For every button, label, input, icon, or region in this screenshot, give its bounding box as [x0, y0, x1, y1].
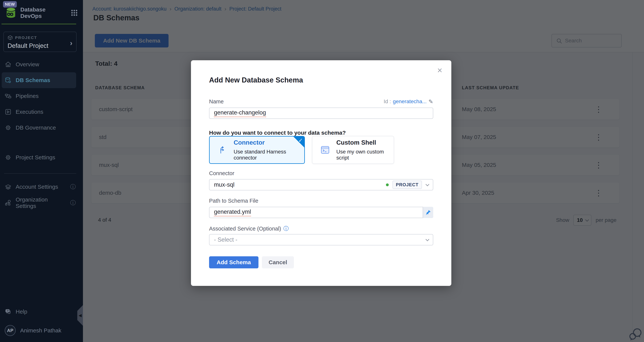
- option-card-custom-shell[interactable]: Custom Shell Use my own custom script: [312, 136, 394, 164]
- page-size-select[interactable]: 10: [573, 215, 592, 226]
- chevron-down-icon: [426, 182, 429, 186]
- name-row: Name Id : generatecha... ✎: [209, 98, 433, 104]
- sidebar-item-db-governance[interactable]: DB Governance: [2, 120, 76, 136]
- service-placeholder: - Select -: [214, 236, 237, 243]
- path-label: Path to Schema File: [209, 198, 433, 204]
- id-value-link[interactable]: generatecha...: [393, 98, 427, 104]
- project-selector[interactable]: PROJECT Default Project ›: [4, 32, 76, 52]
- database-devops-logo-icon: [5, 7, 17, 19]
- page-header: Account: kurosakiichigo.songoku › Organi…: [83, 0, 644, 52]
- user-menu[interactable]: AP Animesh Pathak: [5, 325, 61, 336]
- path-field: generated.yml: [209, 207, 433, 218]
- column-header-updated: LAST SCHEMA UPDATE: [462, 85, 519, 90]
- product-title: Database DevOps: [20, 6, 67, 19]
- pagination-per-page-label: per page: [596, 217, 616, 223]
- schema-updated: Apr 30, 2025: [462, 182, 494, 203]
- option-card-connector[interactable]: ✓ Connector Use standard Harness connect…: [209, 136, 305, 164]
- info-icon[interactable]: ⓘ: [283, 225, 289, 232]
- schema-name: custom-script: [99, 99, 132, 120]
- sidebar-item-overview[interactable]: Overview: [2, 56, 76, 72]
- schema-name: demo-db: [99, 182, 121, 203]
- page-title: DB Schemas: [93, 13, 140, 22]
- pipelines-icon: [5, 93, 12, 99]
- breadcrumb-account-link[interactable]: Account: kurosakiichigo.songoku: [92, 6, 166, 12]
- schema-updated: May 05, 2025: [462, 155, 496, 175]
- project-selector-name: Default Project: [8, 42, 72, 49]
- sidebar-item-label: Project Settings: [16, 154, 55, 161]
- sidebar-item-account-settings[interactable]: Account Settings ⓘ: [2, 179, 76, 195]
- row-menu-kebab-icon[interactable]: ⋮: [593, 155, 604, 175]
- pagination-range: 4 of 4: [98, 217, 111, 223]
- service-label: Associated Service (Optional): [209, 226, 281, 232]
- schema-name-value: generate-changelog: [214, 109, 266, 117]
- sidebar-project-settings-wrap: Project Settings: [0, 150, 83, 165]
- support-chat-button[interactable]: [629, 328, 642, 342]
- breadcrumb-separator-icon: ›: [170, 6, 171, 12]
- row-menu-kebab-icon[interactable]: ⋮: [593, 99, 604, 120]
- sidebar-item-organization-settings[interactable]: Organization Settings ⓘ: [2, 195, 76, 211]
- schema-updated: May 07, 2025: [462, 127, 496, 147]
- name-label: Name: [209, 98, 224, 105]
- sidebar-item-label: Overview: [16, 61, 39, 68]
- path-input[interactable]: generated.yml: [209, 207, 433, 218]
- info-icon: ⓘ: [70, 199, 76, 207]
- page-size-value: 10: [577, 217, 583, 223]
- row-menu-kebab-icon[interactable]: ⋮: [593, 127, 604, 147]
- row-menu-kebab-icon[interactable]: ⋮: [593, 182, 604, 203]
- add-new-db-schema-button[interactable]: Add New DB Schema: [95, 34, 168, 47]
- sidebar-item-executions[interactable]: Executions: [2, 104, 76, 120]
- help-chat-icon: ?: [5, 308, 12, 315]
- sidebar-org-settings-wrap: Organization Settings ⓘ: [0, 195, 83, 211]
- schema-name-input[interactable]: generate-changelog: [209, 107, 433, 119]
- app-root: NEW Database DevOps: [0, 0, 644, 342]
- sidebar-item-db-schemas[interactable]: DB Schemas: [2, 72, 76, 88]
- pagination-show-label: Show: [556, 217, 569, 223]
- chevron-down-icon: [585, 218, 589, 222]
- new-badge: NEW: [3, 1, 17, 7]
- svg-text:?: ?: [7, 310, 8, 312]
- search-input[interactable]: [552, 34, 622, 47]
- content-right-divider: [632, 52, 632, 342]
- breadcrumb-org-link[interactable]: Organization: default: [174, 6, 221, 12]
- project-selector-label: PROJECT: [15, 35, 37, 40]
- home-icon: [5, 61, 12, 68]
- connector-select[interactable]: mux-sql PROJECT: [209, 179, 433, 190]
- org-chart-icon: [5, 199, 12, 206]
- db-schema-icon: [5, 77, 12, 84]
- breadcrumb-project-link[interactable]: Project: Default Project: [229, 6, 281, 12]
- connector-value: mux-sql: [214, 181, 234, 188]
- chevron-right-icon: ›: [70, 39, 72, 47]
- id-label: Id :: [384, 98, 391, 104]
- option-title: Custom Shell: [336, 139, 388, 146]
- edit-pencil-icon[interactable]: ✎: [428, 98, 433, 105]
- pin-button[interactable]: [423, 207, 433, 218]
- close-icon[interactable]: ×: [437, 66, 442, 75]
- brand-divider: [2, 24, 76, 24]
- executions-icon: [5, 108, 12, 115]
- app-grid-icon[interactable]: [70, 9, 78, 16]
- path-value: generated.yml: [214, 209, 251, 216]
- cancel-button[interactable]: Cancel: [262, 256, 294, 268]
- scope-badge: PROJECT: [392, 181, 422, 189]
- sidebar-item-label: DB Schemas: [16, 77, 50, 83]
- chevron-down-icon: [426, 238, 429, 241]
- collapse-arrow-icon: ◀: [78, 313, 82, 318]
- connect-question: How do you want to connect to your data …: [209, 130, 433, 136]
- product-logo: NEW: [5, 7, 17, 19]
- chat-bubbles-icon: [629, 328, 642, 341]
- connector-arrows-icon: [218, 145, 227, 155]
- connection-options: ✓ Connector Use standard Harness connect…: [209, 136, 433, 164]
- sidebar-item-help[interactable]: ? Help: [2, 304, 76, 320]
- service-select[interactable]: - Select -: [209, 234, 433, 245]
- connector-label: Connector: [209, 170, 433, 176]
- terminal-icon: [321, 145, 330, 155]
- check-icon: ✓: [298, 137, 303, 143]
- sidebar-item-project-settings[interactable]: Project Settings: [2, 150, 76, 165]
- cube-icon: [8, 35, 13, 40]
- governance-gear-icon: [5, 124, 12, 131]
- total-count: Total: 4: [95, 60, 118, 67]
- sidebar-item-pipelines[interactable]: Pipelines: [2, 88, 76, 104]
- option-title: Connector: [234, 139, 298, 146]
- add-schema-button[interactable]: Add Schema: [209, 256, 258, 268]
- schema-name: std: [99, 127, 106, 147]
